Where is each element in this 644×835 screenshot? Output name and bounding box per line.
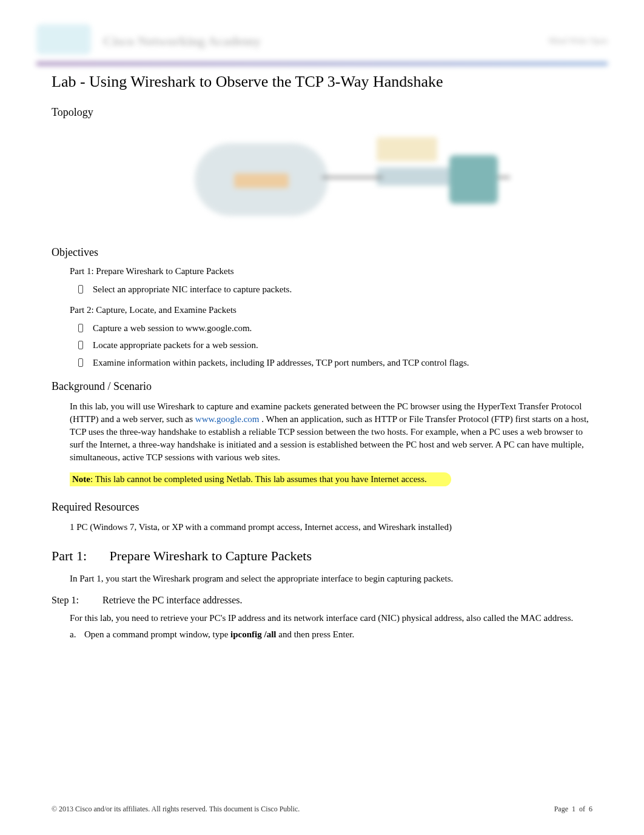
internet-label-icon xyxy=(234,173,289,188)
page-current: 1 xyxy=(572,805,575,813)
page-label: Page xyxy=(554,805,568,813)
step1-intro: For this lab, you need to retrieve your … xyxy=(70,612,589,625)
part-title: Prepare Wireshark to Capture Packets xyxy=(110,548,312,563)
text: and then press Enter. xyxy=(278,629,354,639)
list-item: Capture a web session to www.google.com. xyxy=(76,321,589,335)
list-item: Select an appropriate NIC interface to c… xyxy=(76,283,589,297)
list-item: Locate appropriate packets for a web ses… xyxy=(76,338,589,352)
switch-label-icon xyxy=(377,137,437,161)
topology-diagram xyxy=(134,131,510,234)
part-number: Part 1: xyxy=(52,548,106,564)
banner-divider xyxy=(36,62,608,65)
note-text: : This lab cannot be completed using Net… xyxy=(90,474,427,484)
objectives-part2-title: Part 2: Capture, Locate, and Examine Pac… xyxy=(70,305,589,315)
banner-tagline: Mind Wide Open xyxy=(549,36,608,46)
page-indicator: Page 1 of 6 xyxy=(554,805,592,814)
background-heading: Background / Scenario xyxy=(52,380,608,393)
objectives-heading: Objectives xyxy=(52,246,608,259)
banner-title: Cisco Networking Academy xyxy=(103,33,261,49)
connection-line-icon xyxy=(322,176,383,178)
topology-heading: Topology xyxy=(52,106,608,119)
header-banner: Cisco Networking Academy Mind Wide Open xyxy=(36,24,608,61)
step-number: Step 1: xyxy=(52,595,100,606)
switch-device-icon xyxy=(377,167,455,186)
objectives-part1-title: Part 1: Prepare Wireshark to Capture Pac… xyxy=(70,266,589,277)
command-text: ipconfig /all xyxy=(230,629,276,639)
pc-device-icon xyxy=(449,155,498,204)
step1-heading: Step 1: Retrieve the PC interface addres… xyxy=(52,595,608,606)
objectives-part2-list: Capture a web session to www.google.com.… xyxy=(76,321,589,370)
text: Open a command prompt window, type xyxy=(84,629,230,639)
resources-item: 1 PC (Windows 7, Vista, or XP with a com… xyxy=(70,521,589,534)
list-item: Examine information within packets, incl… xyxy=(76,356,589,370)
item-letter: a. xyxy=(70,629,76,640)
step1-item-a: a. Open a command prompt window, type ip… xyxy=(70,629,589,640)
note-label: Note xyxy=(72,474,90,484)
page-footer: © 2013 Cisco and/or its affiliates. All … xyxy=(52,805,592,814)
document-title: Lab - Using Wireshark to Observe the TCP… xyxy=(52,73,608,91)
resources-heading: Required Resources xyxy=(52,501,608,514)
cisco-logo xyxy=(36,24,91,55)
step-title: Retrieve the PC interface addresses. xyxy=(102,595,243,605)
note-highlight: Note: This lab cannot be completed using… xyxy=(70,472,451,486)
page-of: of xyxy=(579,805,585,813)
background-paragraph: In this lab, you will use Wireshark to c… xyxy=(70,400,589,464)
copyright-text: © 2013 Cisco and/or its affiliates. All … xyxy=(52,805,300,814)
part1-intro: In Part 1, you start the Wireshark progr… xyxy=(70,572,589,585)
google-link[interactable]: www.google.com xyxy=(195,414,260,424)
part1-heading: Part 1: Prepare Wireshark to Capture Pac… xyxy=(52,548,608,564)
page-total: 6 xyxy=(589,805,592,813)
objectives-part1-list: Select an appropriate NIC interface to c… xyxy=(76,283,589,297)
